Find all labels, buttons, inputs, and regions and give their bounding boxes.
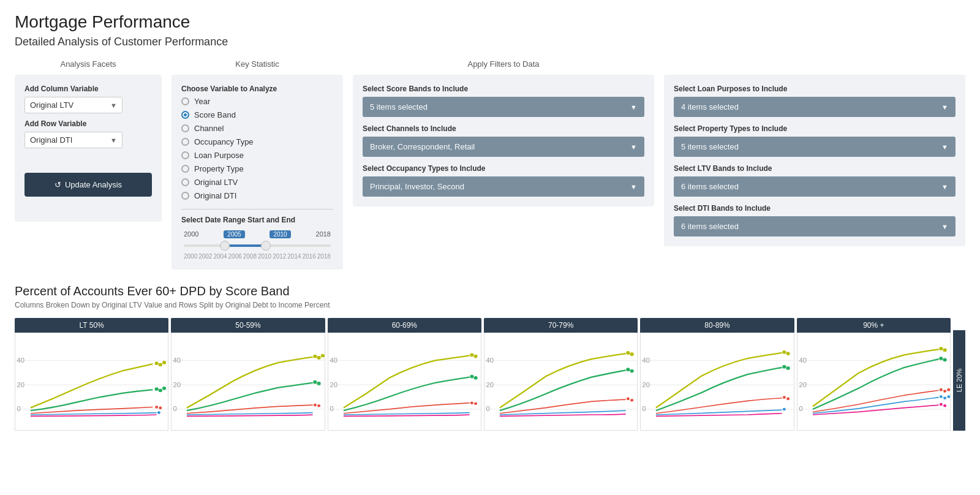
svg-point-36 — [470, 375, 473, 379]
row-variable-select[interactable]: Original DTI ▼ — [24, 132, 123, 148]
chart-80-89: 80-89% 0 20 40 — [640, 318, 794, 431]
radio-loanpurpose[interactable]: Loan Purpose — [181, 151, 333, 160]
tick-2002: 2002 — [198, 253, 212, 260]
chart-60-69-area: 0 20 40 — [328, 333, 481, 431]
radio-label-propertytype: Property Type — [194, 164, 244, 173]
svg-point-37 — [473, 376, 477, 380]
chart-lt50-header: LT 50% — [15, 318, 168, 333]
svg-text:20: 20 — [330, 381, 337, 388]
charts-title: Percent of Accounts Ever 60+ DPD by Scor… — [15, 284, 965, 298]
occupancy-value: Principal, Investor, Second — [370, 182, 464, 191]
svg-text:40: 40 — [799, 357, 807, 363]
svg-point-24 — [314, 380, 317, 384]
svg-point-76 — [943, 390, 946, 393]
svg-point-50 — [627, 398, 630, 401]
radio-occupancy[interactable]: Occupancy Type — [181, 137, 333, 146]
col-variable-value: Original LTV — [30, 100, 74, 110]
range-max-label: 2018 — [316, 230, 331, 238]
page-title: Mortgage Performance — [15, 12, 965, 32]
radio-year[interactable]: Year — [181, 97, 333, 106]
svg-point-21 — [314, 355, 317, 358]
svg-point-39 — [474, 402, 477, 406]
scorebands-filter-label: Select Score Bands to Include — [363, 85, 644, 93]
occupancy-arrow: ▼ — [630, 183, 637, 191]
row-label-le20: LE 20% — [953, 330, 965, 431]
tick-2012: 2012 — [273, 253, 286, 260]
radio-label-occupancy: Occupancy Type — [194, 137, 254, 146]
radio-scoreband[interactable]: Score Band — [181, 110, 333, 119]
dtibands-select[interactable]: 6 items selected ▼ — [674, 216, 956, 236]
tick-2014: 2014 — [287, 253, 301, 260]
svg-text:0: 0 — [799, 406, 802, 412]
svg-point-8 — [162, 361, 166, 365]
variable-radio-group: Year Score Band Channel Occupancy Type L… — [181, 97, 333, 200]
svg-point-73 — [939, 357, 943, 360]
radio-originaldti[interactable]: Original DTI — [181, 191, 333, 200]
svg-point-81 — [940, 403, 943, 406]
slider-thumb-start[interactable] — [220, 241, 230, 251]
dtibands-arrow: ▼ — [941, 223, 948, 230]
svg-point-78 — [940, 395, 943, 398]
range-end-badge: 2010 — [270, 230, 290, 238]
occupancy-filter-label: Select Occupancy Types to Include — [363, 164, 644, 173]
svg-point-9 — [155, 387, 159, 391]
svg-text:20: 20 — [799, 381, 807, 388]
chart-row-1: LT 50% 0 20 40 — [15, 318, 951, 431]
radio-propertytype[interactable]: Property Type — [181, 164, 333, 173]
svg-text:40: 40 — [330, 357, 337, 363]
radio-circle-year — [181, 97, 189, 105]
radio-label-loanpurpose: Loan Purpose — [194, 151, 244, 160]
loanpurposes-select[interactable]: 4 items selected ▼ — [674, 97, 956, 117]
col-variable-arrow: ▼ — [110, 102, 117, 109]
chart-90plus-area: 0 20 40 — [797, 333, 951, 431]
radio-circle-loanpurpose — [181, 151, 189, 159]
ltvbands-select[interactable]: 6 items selected ▼ — [674, 176, 956, 197]
chart-lt50-area: 0 20 40 — [15, 333, 168, 431]
svg-text:20: 20 — [643, 381, 650, 388]
slider-thumb-end[interactable] — [261, 241, 271, 251]
chart-50-59: 50-59% 0 20 40 — [171, 318, 325, 431]
propertytypes-select[interactable]: 5 items selected ▼ — [674, 137, 956, 157]
scorebands-select[interactable]: 5 items selected ▼ — [363, 97, 644, 117]
chart-80-89-header: 80-89% — [640, 318, 794, 333]
svg-point-11 — [162, 387, 166, 390]
choose-variable-label: Choose Variable to Analyze — [181, 85, 333, 93]
radio-label-channel: Channel — [194, 124, 224, 133]
tick-2010: 2010 — [258, 253, 271, 260]
radio-circle-occupancy — [181, 138, 189, 146]
svg-point-48 — [626, 368, 630, 371]
svg-point-10 — [159, 388, 162, 392]
radio-channel[interactable]: Channel — [181, 124, 333, 133]
channels-value: Broker, Correspondent, Retail — [370, 142, 475, 151]
charts-section: Percent of Accounts Ever 60+ DPD by Scor… — [15, 284, 965, 431]
ltvbands-filter-label: Select LTV Bands to Include — [674, 164, 956, 173]
svg-point-80 — [947, 395, 950, 398]
svg-point-61 — [786, 366, 790, 370]
svg-point-71 — [939, 347, 943, 350]
tick-2004: 2004 — [213, 253, 227, 260]
loanpurposes-value: 4 items selected — [681, 102, 739, 111]
occupancy-select[interactable]: Principal, Investor, Second ▼ — [363, 176, 644, 197]
tick-2016: 2016 — [303, 253, 316, 260]
col-variable-select[interactable]: Original LTV ▼ — [24, 97, 123, 113]
svg-point-74 — [943, 358, 946, 361]
svg-point-25 — [317, 382, 321, 385]
tick-2008: 2008 — [243, 253, 257, 260]
svg-text:20: 20 — [173, 381, 181, 388]
radio-circle-channel — [181, 124, 189, 132]
svg-point-60 — [783, 365, 786, 369]
channels-select[interactable]: Broker, Correspondent, Retail ▼ — [363, 137, 644, 157]
svg-point-77 — [947, 388, 950, 391]
tick-2006: 2006 — [228, 253, 242, 260]
radio-originalltv[interactable]: Original LTV — [181, 178, 333, 187]
chart-50-59-header: 50-59% — [171, 318, 325, 333]
update-analysis-button[interactable]: ↺ Update Analysis — [24, 173, 152, 197]
svg-text:40: 40 — [643, 357, 650, 363]
range-min-label: 2000 — [184, 230, 198, 238]
radio-circle-originaldti — [181, 192, 189, 200]
svg-point-47 — [630, 352, 633, 356]
svg-point-58 — [783, 350, 786, 354]
range-start-badge: 2005 — [224, 230, 244, 238]
row-variable-arrow: ▼ — [110, 137, 117, 144]
svg-point-62 — [783, 396, 786, 399]
